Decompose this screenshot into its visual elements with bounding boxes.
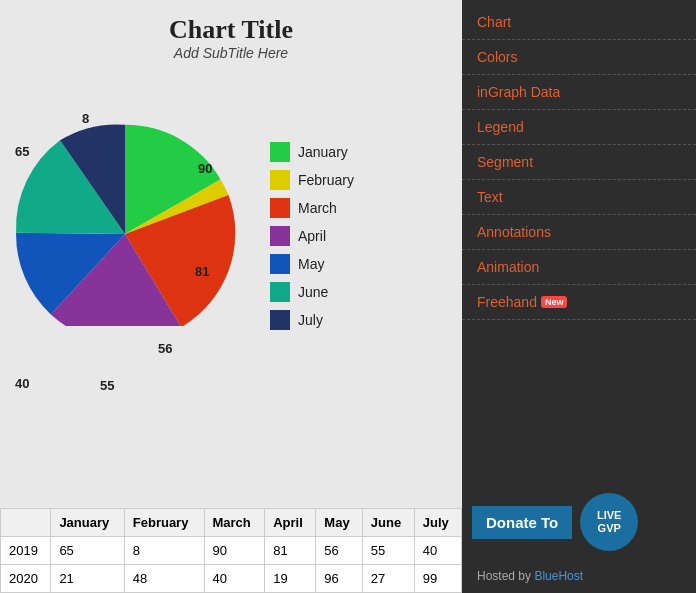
left-panel: Chart Title Add SubTitle Here bbox=[0, 0, 462, 593]
legend-item: February bbox=[270, 170, 354, 190]
legend-color bbox=[270, 226, 290, 246]
hosted-by: Hosted by BlueHost bbox=[462, 561, 696, 593]
label-90: 90 bbox=[198, 161, 212, 176]
logo-text: LIVEGVP bbox=[597, 509, 621, 535]
sidebar-nav-item[interactable]: Chart bbox=[462, 5, 696, 40]
main-container: Chart Title Add SubTitle Here bbox=[0, 0, 696, 593]
legend-item: July bbox=[270, 310, 354, 330]
legend-color bbox=[270, 198, 290, 218]
data-cell: 48 bbox=[124, 565, 204, 593]
data-cell: 40 bbox=[414, 537, 461, 565]
label-81: 81 bbox=[195, 264, 209, 279]
legend-label: May bbox=[298, 256, 324, 272]
data-cell: 90 bbox=[204, 537, 265, 565]
donate-section: Donate To LIVEGVP bbox=[462, 483, 696, 561]
sidebar-nav-item[interactable]: Colors bbox=[462, 40, 696, 75]
data-cell: 40 bbox=[204, 565, 265, 593]
chart-title: Chart Title bbox=[10, 15, 452, 45]
table-header: June bbox=[362, 509, 414, 537]
label-65: 65 bbox=[15, 144, 29, 159]
legend-color bbox=[270, 310, 290, 330]
right-sidebar: ChartColorsinGraph DataLegendSegmentText… bbox=[462, 0, 696, 593]
legend-item: March bbox=[270, 198, 354, 218]
legend-label: March bbox=[298, 200, 337, 216]
legend-label: February bbox=[298, 172, 354, 188]
legend-area: JanuaryFebruaryMarchAprilMayJuneJuly bbox=[270, 142, 354, 330]
data-cell: 19 bbox=[265, 565, 316, 593]
table-header: March bbox=[204, 509, 265, 537]
chart-content: 65 8 90 81 56 55 40 JanuaryFebruaryMarch… bbox=[10, 66, 452, 406]
table-header bbox=[1, 509, 51, 537]
pie-wrapper: 65 8 90 81 56 55 40 bbox=[10, 96, 250, 376]
legend-color bbox=[270, 282, 290, 302]
legend-color bbox=[270, 170, 290, 190]
legend-label: April bbox=[298, 228, 326, 244]
data-cell: 56 bbox=[316, 537, 362, 565]
legend-item: June bbox=[270, 282, 354, 302]
sidebar-nav-item[interactable]: FreehandNew bbox=[462, 285, 696, 320]
legend-color bbox=[270, 142, 290, 162]
sidebar-nav: ChartColorsinGraph DataLegendSegmentText… bbox=[462, 0, 696, 483]
sidebar-nav-item[interactable]: Legend bbox=[462, 110, 696, 145]
legend-color bbox=[270, 254, 290, 274]
data-cell: 27 bbox=[362, 565, 414, 593]
label-8: 8 bbox=[82, 111, 89, 126]
label-55: 55 bbox=[100, 378, 114, 393]
hosted-by-text: Hosted by bbox=[477, 569, 531, 583]
sidebar-nav-item[interactable]: Animation bbox=[462, 250, 696, 285]
chart-area: Chart Title Add SubTitle Here bbox=[0, 0, 462, 508]
data-cell: 65 bbox=[51, 537, 124, 565]
table-header: January bbox=[51, 509, 124, 537]
legend-item: April bbox=[270, 226, 354, 246]
legend-label: January bbox=[298, 144, 348, 160]
data-cell: 8 bbox=[124, 537, 204, 565]
sidebar-nav-item[interactable]: inGraph Data bbox=[462, 75, 696, 110]
sidebar-nav-item[interactable]: Segment bbox=[462, 145, 696, 180]
table-header: April bbox=[265, 509, 316, 537]
bluehost-link[interactable]: BlueHost bbox=[534, 569, 583, 583]
data-table: JanuaryFebruaryMarchAprilMayJuneJuly2019… bbox=[0, 508, 462, 593]
label-56: 56 bbox=[158, 341, 172, 356]
chart-subtitle: Add SubTitle Here bbox=[10, 45, 452, 61]
legend-item: January bbox=[270, 142, 354, 162]
table-header: July bbox=[414, 509, 461, 537]
table-header: February bbox=[124, 509, 204, 537]
legend-label: July bbox=[298, 312, 323, 328]
table-row: 20196589081565540 bbox=[1, 537, 462, 565]
new-badge: New bbox=[541, 296, 568, 308]
sidebar-nav-item[interactable]: Text bbox=[462, 180, 696, 215]
data-cell: 81 bbox=[265, 537, 316, 565]
legend-label: June bbox=[298, 284, 328, 300]
legend-item: May bbox=[270, 254, 354, 274]
year-cell: 2020 bbox=[1, 565, 51, 593]
pie-chart bbox=[10, 96, 240, 326]
table-row: 202021484019962799 bbox=[1, 565, 462, 593]
year-cell: 2019 bbox=[1, 537, 51, 565]
sidebar-nav-item[interactable]: Annotations bbox=[462, 215, 696, 250]
data-cell: 55 bbox=[362, 537, 414, 565]
label-40: 40 bbox=[15, 376, 29, 391]
data-cell: 96 bbox=[316, 565, 362, 593]
table-header: May bbox=[316, 509, 362, 537]
data-cell: 21 bbox=[51, 565, 124, 593]
data-cell: 99 bbox=[414, 565, 461, 593]
live-gvp-logo: LIVEGVP bbox=[580, 493, 638, 551]
donate-button[interactable]: Donate To bbox=[472, 506, 572, 539]
